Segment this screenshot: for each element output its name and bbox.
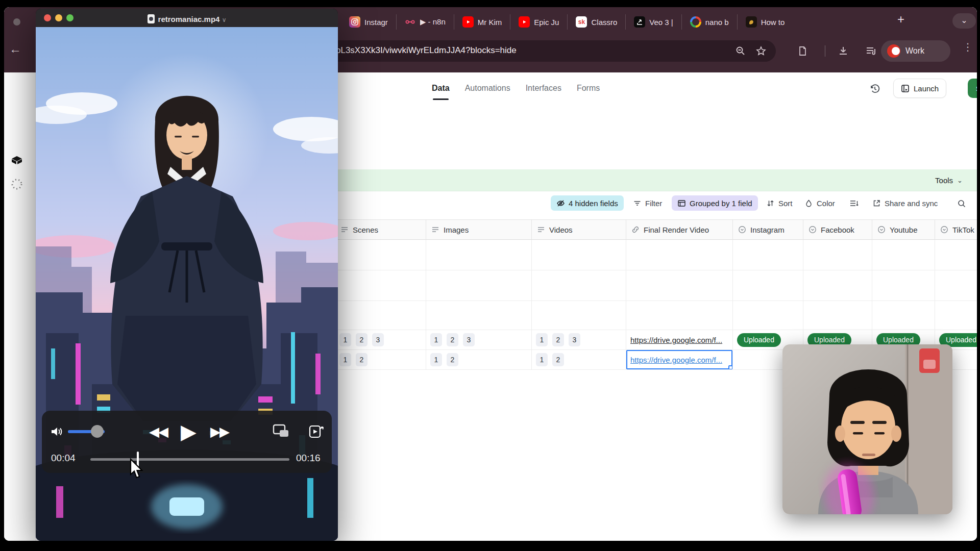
cell-scenes-row2[interactable]: 1 2 [335, 350, 426, 370]
downloads-icon[interactable] [837, 45, 849, 57]
record-chip[interactable]: 1 [536, 353, 548, 366]
hidden-fields-button[interactable]: 4 hidden fields [551, 195, 624, 211]
record-chip[interactable]: 2 [447, 333, 458, 346]
record-chip[interactable]: 2 [447, 353, 458, 366]
table-cell-empty[interactable] [803, 301, 872, 330]
table-cell-empty[interactable] [335, 240, 426, 270]
row-height-button[interactable] [849, 195, 858, 211]
table-cell-empty[interactable] [935, 301, 977, 330]
rewind-button[interactable]: ◀◀ [149, 424, 167, 440]
table-cell-empty[interactable] [803, 240, 872, 270]
table-cell-empty[interactable] [733, 240, 803, 270]
cell-videos-row1[interactable]: 1 2 3 [532, 330, 626, 350]
group-button[interactable]: Grouped by 1 field [672, 195, 758, 211]
tab-automations[interactable]: Automations [465, 84, 510, 93]
history-icon[interactable] [869, 83, 880, 94]
column-header-videos[interactable]: Videos [532, 219, 626, 240]
profile-chip[interactable]: Work [881, 40, 950, 62]
cell-images-row2[interactable]: 1 2 [426, 350, 532, 370]
table-cell-empty[interactable] [872, 301, 935, 330]
pip-button[interactable] [273, 424, 290, 440]
browser-tab-classroom[interactable]: sk Classro [567, 14, 625, 30]
tab-interfaces[interactable]: Interfaces [526, 84, 561, 93]
column-header-images[interactable]: Images [426, 219, 532, 240]
record-chip[interactable]: 2 [356, 333, 368, 346]
playlist-icon[interactable] [865, 45, 878, 57]
share-button[interactable]: Share [968, 79, 977, 98]
column-header-facebook[interactable]: Facebook [803, 219, 872, 240]
record-chip[interactable]: 1 [339, 333, 351, 346]
browser-tab-instagram[interactable]: Instagr [341, 14, 396, 30]
launch-button[interactable]: Launch [893, 79, 946, 98]
tab-search-button[interactable]: ⌄ [952, 13, 976, 29]
extensions-icon[interactable] [796, 45, 808, 57]
record-chip[interactable]: 1 [430, 353, 442, 366]
record-chip[interactable]: 2 [356, 353, 368, 366]
browser-tab-veo[interactable]: Veo 3 | [625, 14, 681, 30]
table-cell-empty[interactable] [935, 270, 977, 301]
sort-button[interactable]: Sort [766, 195, 793, 211]
tab-data[interactable]: Data [432, 84, 450, 93]
cell-scenes-row1[interactable]: 1 2 3 [335, 330, 426, 350]
share-sync-button[interactable]: Share and sync [872, 195, 938, 211]
table-cell-empty[interactable] [803, 270, 872, 301]
table-cell-empty[interactable] [532, 270, 626, 301]
browser-menu-icon[interactable]: ⋮ [963, 41, 973, 53]
tools-button[interactable]: Tools [935, 176, 953, 185]
tab-forms[interactable]: Forms [577, 84, 600, 93]
table-cell-empty[interactable] [626, 270, 733, 301]
record-chip[interactable]: 1 [339, 353, 351, 366]
drive-link[interactable]: https://drive.google.com/f... [630, 356, 722, 364]
table-cell-empty[interactable] [626, 301, 733, 330]
volume-knob[interactable] [91, 425, 104, 438]
table-cell-empty[interactable] [335, 301, 426, 330]
record-chip[interactable]: 2 [552, 333, 564, 346]
filter-button[interactable]: Filter [633, 195, 662, 211]
table-cell-empty[interactable] [626, 240, 733, 270]
back-button[interactable]: ← [9, 42, 21, 56]
zoom-out-icon[interactable] [735, 45, 746, 57]
table-cell-empty[interactable] [426, 240, 532, 270]
column-header-instagram[interactable]: Instagram [733, 219, 803, 240]
drive-link[interactable]: https://drive.google.com/f... [630, 336, 722, 344]
search-button[interactable] [957, 195, 966, 211]
traffic-light-dimmed[interactable] [13, 18, 20, 26]
browser-tab-mr-kim[interactable]: Mr Kim [454, 14, 510, 30]
table-cell-empty[interactable] [532, 240, 626, 270]
record-chip[interactable]: 3 [372, 333, 384, 346]
volume-icon[interactable] [50, 425, 63, 438]
play-button[interactable]: ▶ [181, 420, 195, 443]
browser-tab-n8n[interactable]: ▶ - n8n [396, 14, 454, 30]
record-chip[interactable]: 3 [463, 333, 475, 346]
record-chip[interactable]: 3 [569, 333, 580, 346]
forward-button[interactable]: ▶▶ [210, 424, 229, 440]
player-titlebar[interactable]: retromaniac.mp4 ∨ [36, 9, 338, 27]
cell-videos-row2[interactable]: 1 2 [532, 350, 626, 370]
seek-bar[interactable] [90, 458, 289, 461]
table-cell-empty[interactable] [335, 270, 426, 301]
browser-tab-nano[interactable]: nano b [681, 14, 737, 30]
color-button[interactable]: Color [804, 195, 835, 211]
table-cell-empty[interactable] [532, 301, 626, 330]
table-cell-empty[interactable] [733, 301, 803, 330]
table-cell-empty[interactable] [872, 240, 935, 270]
column-header-scenes[interactable]: Scenes [335, 219, 426, 240]
column-header-youtube[interactable]: Youtube [872, 219, 935, 240]
column-header-tiktok[interactable]: TikTok [935, 219, 977, 240]
column-header-final-render[interactable]: Final Render Video [626, 219, 733, 240]
browser-tab-epic[interactable]: Epic Ju [510, 14, 567, 30]
chevron-down-icon[interactable]: ∨ [222, 16, 227, 23]
table-cell-empty[interactable] [872, 270, 935, 301]
record-chip[interactable]: 2 [552, 353, 564, 366]
cell-images-row1[interactable]: 1 2 3 [426, 330, 532, 350]
record-chip[interactable]: 1 [430, 333, 442, 346]
selection-handle[interactable] [728, 365, 733, 370]
table-cell-empty[interactable] [935, 240, 977, 270]
cell-final-render-row1[interactable]: https://drive.google.com/f... [626, 330, 733, 350]
table-cell-empty[interactable] [426, 301, 532, 330]
browser-tab-howto[interactable]: How to [737, 14, 793, 30]
new-tab-button[interactable]: + [897, 13, 904, 26]
bookmark-star-icon[interactable] [755, 45, 767, 57]
cell-final-render-row2-selected[interactable]: https://drive.google.com/f... [626, 350, 733, 370]
table-cell-empty[interactable] [426, 270, 532, 301]
